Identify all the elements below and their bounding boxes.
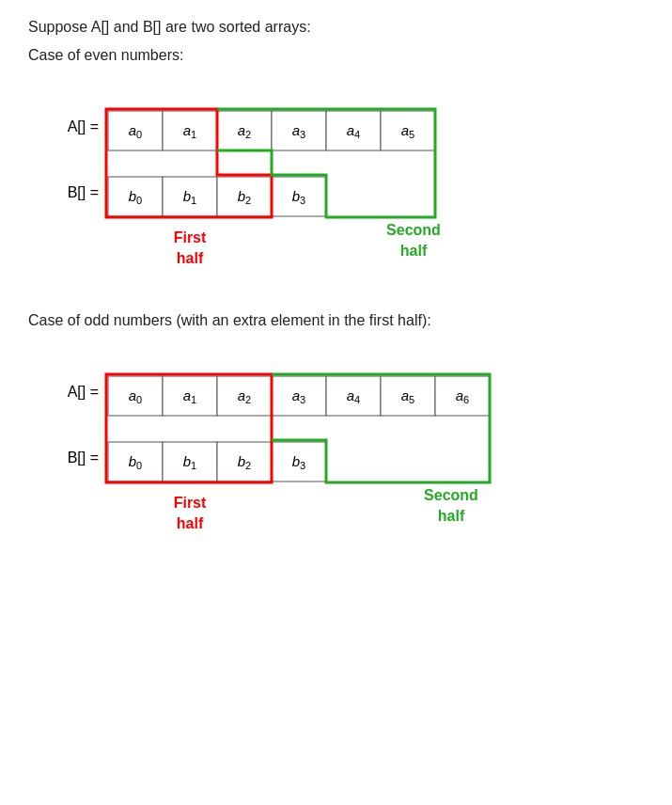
even-a-label: A[] = [68,118,99,134]
even-second-half-label2: half [400,243,428,259]
case-even-title: Case of even numbers: [28,47,644,64]
even-diagram: A[] = B[] = a0 a1 a2 a3 a4 a5 b [47,83,644,275]
odd-second-half-label2: half [438,508,465,524]
even-first-half-label: First [174,229,207,245]
odd-diagram-svg: A[] = B[] = a0 a1 a2 a3 a4 a5 a6 [47,348,602,536]
even-b-label: B[] = [68,184,99,200]
intro-text: Suppose A[] and B[] are two sorted array… [28,19,644,36]
odd-second-half-label: Second [424,487,478,503]
even-diagram-svg: A[] = B[] = a0 a1 a2 a3 a4 a5 b [47,83,573,271]
odd-first-half-label: First [174,495,207,511]
case-odd-title: Case of odd numbers (with an extra eleme… [28,312,644,329]
even-second-half-label: Second [386,222,441,238]
odd-first-half-label2: half [177,515,204,531]
even-first-half-label2: half [177,250,204,266]
odd-b-label: B[] = [68,450,99,466]
odd-a-label: A[] = [68,384,99,400]
odd-diagram: A[] = B[] = a0 a1 a2 a3 a4 a5 a6 [47,348,644,540]
